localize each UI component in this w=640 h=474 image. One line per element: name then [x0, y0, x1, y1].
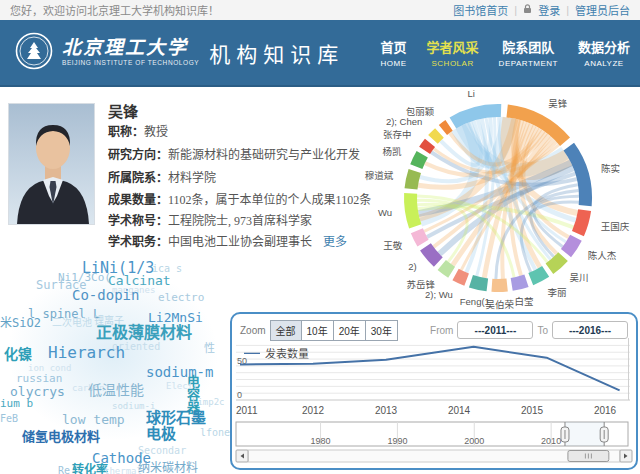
keyword[interactable]: ium b	[0, 398, 33, 409]
main-nav: 首页 HOME 学者风采 SCHOLAR 院系团队 DEPARTMENT 数据分…	[381, 37, 630, 68]
keyword[interactable]: 性	[204, 343, 215, 354]
x-axis-label: 2014	[448, 405, 471, 416]
site-header: 北京理工大学 BEIJING INSTITUTE OF TECHNOLOGY 机…	[0, 20, 640, 87]
chord-label: Feng(1	[460, 296, 490, 307]
from-label: From	[430, 325, 453, 336]
keyword[interactable]: Electr	[166, 382, 199, 391]
x-axis-label: 2016	[594, 405, 617, 416]
chord-label: 2)	[408, 261, 416, 272]
keyword[interactable]: thermal	[104, 467, 142, 474]
chord-label: 吴锋	[548, 98, 568, 109]
keyword[interactable]: 米SiO2	[0, 317, 41, 329]
profile-row-outputs: 成果数量：1102条，属于本单位的个人成果1102条	[108, 190, 371, 208]
login-link[interactable]: 登录	[538, 2, 560, 18]
nav-item-analyze[interactable]: 数据分析 ANALYZE	[578, 37, 630, 68]
keyword[interactable]: Limp2c	[192, 398, 225, 407]
university-name-en: BEIJING INSTITUTE OF TECHNOLOGY	[62, 60, 199, 67]
keyword[interactable]: electro	[158, 292, 204, 303]
greeting-text: 您好，欢迎访问北京理工大学机构知识库！	[10, 2, 219, 18]
keyword[interactable]: 转化率	[72, 464, 108, 474]
chord-segment[interactable]	[410, 151, 428, 169]
x-axis-label: 2015	[521, 405, 544, 416]
chord-label: 王国庆	[601, 221, 630, 232]
keyword[interactable]: sodium-m	[146, 365, 213, 379]
navigator-tick-label: 2000	[464, 436, 484, 446]
university-logo-icon	[14, 31, 54, 75]
chord-label: 包丽颖	[406, 106, 435, 117]
profile-photo	[8, 103, 95, 225]
chord-label: 陈人杰	[588, 250, 617, 261]
coauthor-chord-chart: Li吴锋陈实王国庆陈人杰吴川李丽白莹吴伯荣Feng(12); Wu苏岳锋2)王敬…	[352, 82, 640, 314]
keyword[interactable]: low temp	[62, 413, 125, 426]
admin-backend-link[interactable]: 管理员后台	[575, 2, 630, 18]
x-axis-label: 2012	[302, 405, 325, 416]
chord-label: 苏岳锋	[407, 279, 436, 290]
keyword[interactable]: 化镍	[4, 347, 32, 361]
chord-label: Li	[468, 88, 475, 99]
zoom-label: Zoom	[240, 325, 266, 336]
chord-label: 吴伯荣	[486, 299, 515, 310]
chord-segment[interactable]	[528, 266, 549, 285]
chord-label: 吴川	[570, 272, 589, 283]
keyword[interactable]: lfone	[200, 428, 230, 438]
timeline-navigator: 1980199020002010	[234, 418, 634, 464]
nav-item-department[interactable]: 院系团队 DEPARTMENT	[499, 37, 558, 68]
keyword[interactable]: 正极薄膜材料	[96, 325, 192, 341]
keyword[interactable]: 纳米碳材料	[138, 462, 198, 474]
chord-label: 穆道斌	[365, 170, 394, 181]
keyword[interactable]: Co-dopin	[72, 288, 139, 302]
x-axis-label: 2013	[375, 405, 398, 416]
keyword[interactable]: Re	[58, 466, 70, 474]
nav-item-scholar[interactable]: 学者风采 SCHOLAR	[427, 37, 479, 68]
publications-chart-panel: Zoom 全部 10年 20年 30年 From To 发表数量 0502011…	[230, 312, 638, 470]
nav-item-home[interactable]: 首页 HOME	[381, 37, 407, 68]
site-title: 机构知识库	[209, 38, 344, 68]
keyword[interactable]: FeB	[0, 414, 18, 424]
profile-row-title: 职称：教授	[108, 122, 168, 140]
scrollbar-track[interactable]	[248, 450, 620, 462]
chord-label: 王敬	[383, 240, 403, 251]
to-date-input[interactable]	[552, 321, 628, 339]
from-date-input[interactable]	[457, 321, 533, 339]
chord-label: 白莹	[514, 296, 533, 307]
keyword[interactable]: 球形石墨	[146, 411, 206, 426]
chord-label: 李丽	[547, 287, 566, 298]
profile-row-academic-title: 学术称号：工程院院士, 973首席科学家	[108, 211, 312, 229]
chord-label: 陈实	[601, 163, 620, 174]
keyword[interactable]: 储氢电极材料	[22, 430, 100, 443]
publications-line-chart: 050201120122013201420152016	[234, 338, 634, 422]
profile-row-department: 所属院系：材料学院	[108, 168, 216, 186]
chord-segment[interactable]	[420, 243, 443, 266]
chord-label: 杨凯	[382, 146, 402, 157]
divider: |	[514, 4, 517, 16]
chord-segment[interactable]	[561, 235, 582, 257]
navigator-tick-label: 1990	[387, 436, 407, 446]
y-axis-label: 0	[237, 390, 242, 400]
library-home-link[interactable]: 图书馆首页	[453, 2, 508, 18]
navigator-tick-label: 1980	[311, 436, 331, 446]
to-label: To	[537, 325, 548, 336]
top-utility-bar: 您好，欢迎访问北京理工大学机构知识库！ 图书馆首页 | 登录 | 管理员后台	[0, 0, 640, 20]
page: 您好，欢迎访问北京理工大学机构知识库！ 图书馆首页 | 登录 | 管理员后台 北…	[0, 0, 640, 474]
scholar-name: 吴锋	[108, 100, 138, 121]
keyword[interactable]: 二次电池	[52, 318, 92, 328]
x-axis-label: 2011	[236, 405, 258, 416]
keyword[interactable]: 低温性能	[88, 383, 144, 397]
lock-icon	[523, 4, 532, 16]
chord-segment[interactable]	[491, 279, 507, 292]
keyword-cloud: LiNi(1/3ica sNi1/3Co(SurfaceCalcinatmang…	[0, 255, 235, 474]
profile-row-research: 研究方向：新能源材料的基础研究与产业化开发	[108, 145, 360, 163]
navigator-selected-range[interactable]	[565, 422, 604, 446]
chord-label: 2); Wu	[425, 289, 453, 300]
profile-row-academic-post: 学术职务：中国电池工业协会副理事长 更多	[108, 232, 347, 250]
chord-label: 2); Chen	[386, 116, 422, 127]
keyword[interactable]: 电极	[146, 427, 176, 442]
keyword[interactable]: russian	[16, 373, 62, 384]
chord-label: Wu	[378, 207, 392, 218]
more-link[interactable]: 更多	[323, 235, 347, 249]
keyword[interactable]: Hierarch	[48, 345, 125, 361]
chord-label: 张存中	[383, 129, 412, 140]
divider: |	[566, 4, 569, 16]
range-selector: Zoom 全部 10年 20年 30年 From To	[240, 320, 628, 340]
university-brand: 北京理工大学 BEIJING INSTITUTE OF TECHNOLOGY	[62, 38, 199, 67]
